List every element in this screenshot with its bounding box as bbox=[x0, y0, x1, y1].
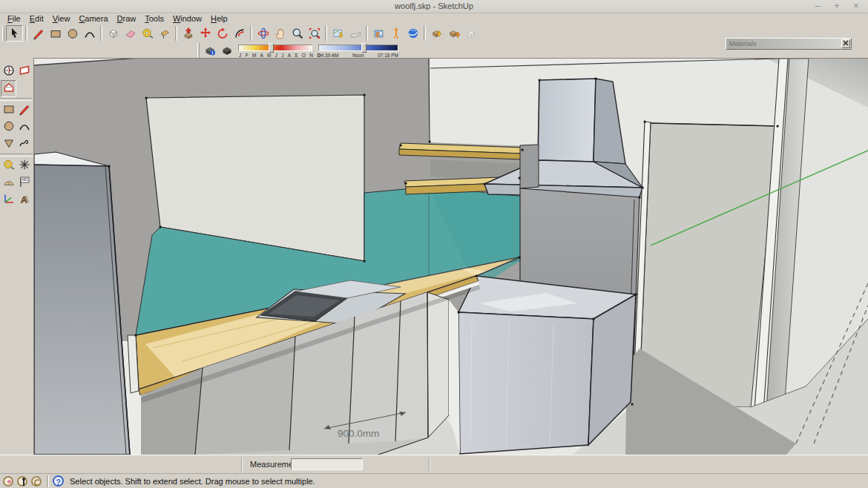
help-icon[interactable]: ? bbox=[53, 475, 64, 487]
google-earth-icon bbox=[407, 27, 420, 40]
get-models-button[interactable] bbox=[428, 25, 445, 42]
menu-tools[interactable]: Tools bbox=[140, 13, 168, 24]
toggle-shadows-button[interactable] bbox=[218, 42, 235, 59]
dock-polygon-button[interactable] bbox=[1, 136, 16, 153]
close-button[interactable]: × bbox=[850, 1, 862, 12]
arc-icon bbox=[18, 119, 31, 136]
move-icon bbox=[199, 27, 212, 40]
geolocation-status-icon[interactable] bbox=[3, 476, 13, 487]
terrain-icon bbox=[349, 27, 362, 40]
dock-protractor-button[interactable] bbox=[1, 174, 16, 191]
text-tool-icon: ABC bbox=[18, 175, 31, 191]
rectangle-icon bbox=[49, 27, 62, 40]
rotate-tool-button[interactable] bbox=[214, 25, 231, 42]
dock-tape-measure-button[interactable] bbox=[1, 157, 16, 174]
circle-tool-button[interactable] bbox=[64, 25, 81, 42]
arc-icon bbox=[83, 27, 96, 40]
time-start-label: 04:39 AM bbox=[318, 53, 338, 58]
toggle-terrain-button[interactable] bbox=[346, 25, 364, 42]
model-canvas[interactable] bbox=[34, 59, 868, 455]
make-component-button[interactable] bbox=[105, 25, 122, 42]
photo-textures-icon bbox=[372, 27, 386, 40]
menu-camera[interactable]: Camera bbox=[74, 13, 112, 24]
dock-arc-button[interactable] bbox=[16, 119, 32, 136]
toolbar-grip[interactable] bbox=[197, 43, 200, 58]
materials-close-icon[interactable] bbox=[841, 39, 850, 48]
time-slider-track[interactable] bbox=[318, 44, 398, 51]
orbit-tool-button[interactable] bbox=[254, 25, 272, 42]
minimize-button[interactable]: – bbox=[812, 1, 823, 12]
paint-bucket-icon bbox=[158, 27, 171, 40]
tape-measure-button[interactable] bbox=[139, 25, 156, 42]
line-tool-button[interactable] bbox=[30, 25, 47, 42]
shadow-date-slider[interactable]: J F M A M J J A S O N D bbox=[238, 43, 312, 58]
eraser-icon bbox=[124, 27, 137, 40]
date-slider-track[interactable] bbox=[238, 44, 312, 51]
time-slider-handle[interactable] bbox=[361, 43, 366, 53]
window-title: woolfj.skp - SketchUp bbox=[0, 1, 868, 10]
menu-file[interactable]: File bbox=[3, 13, 25, 24]
select-tool-button[interactable] bbox=[6, 25, 23, 42]
date-slider-months: J F M A M J J A S O N D bbox=[238, 53, 312, 58]
status-message: Select objects. Shift to extend select. … bbox=[70, 477, 315, 486]
dock-axes-button[interactable] bbox=[1, 191, 16, 208]
pan-tool-button[interactable] bbox=[272, 25, 289, 42]
north-compass-button[interactable] bbox=[1, 63, 16, 80]
menu-edit[interactable]: Edit bbox=[25, 13, 48, 24]
date-slider-handle[interactable] bbox=[269, 43, 274, 53]
circle-icon bbox=[66, 27, 79, 40]
zoom-icon bbox=[291, 27, 304, 40]
zoom-tool-button[interactable] bbox=[289, 25, 306, 42]
menu-view[interactable]: View bbox=[48, 13, 75, 24]
dock-freehand-button[interactable] bbox=[16, 136, 32, 153]
claim-credit-icon[interactable] bbox=[17, 476, 27, 487]
section-cuts-button[interactable] bbox=[1, 80, 16, 97]
toggle-shadows-icon bbox=[220, 44, 234, 57]
paint-bucket-button[interactable] bbox=[156, 25, 173, 42]
google-earth-button[interactable] bbox=[404, 25, 421, 42]
menu-bar: File Edit View Camera Draw Tools Window … bbox=[0, 13, 868, 24]
menu-draw[interactable]: Draw bbox=[113, 13, 141, 24]
pencil-icon bbox=[18, 102, 31, 119]
toolbar-grip[interactable] bbox=[2, 26, 4, 41]
tape-measure-icon bbox=[141, 27, 154, 40]
share-model-button[interactable] bbox=[445, 25, 462, 42]
dock-text-button[interactable]: ABC bbox=[16, 174, 32, 191]
dock-3d-text-button[interactable]: AA bbox=[16, 191, 32, 208]
model-viewport[interactable]: 900.0mm bbox=[34, 59, 868, 455]
photo-textures-button[interactable] bbox=[370, 25, 387, 42]
sign-in-icon[interactable] bbox=[31, 476, 42, 487]
push-pull-button[interactable] bbox=[180, 25, 197, 42]
protractor-icon bbox=[2, 175, 16, 191]
measurements-input[interactable] bbox=[291, 458, 363, 470]
maximize-button[interactable]: + bbox=[831, 1, 843, 12]
dock-dimensions-button[interactable] bbox=[16, 157, 32, 174]
street-view-icon bbox=[389, 27, 403, 40]
menu-window[interactable]: Window bbox=[168, 13, 206, 24]
dock-circle-button[interactable] bbox=[1, 119, 16, 136]
arc-tool-button[interactable] bbox=[81, 25, 98, 42]
shadow-time-slider[interactable]: 04:39 AM Noon 07:18 PM bbox=[318, 43, 398, 58]
shadow-settings-button[interactable] bbox=[201, 42, 218, 59]
dock-line-button[interactable] bbox=[16, 102, 32, 119]
eraser-tool-button[interactable] bbox=[122, 25, 139, 42]
rectangle-tool-button[interactable] bbox=[47, 25, 64, 42]
offset-tool-button[interactable] bbox=[231, 25, 248, 42]
polygon-icon bbox=[2, 136, 16, 153]
select-icon bbox=[8, 27, 22, 40]
add-location-icon bbox=[332, 27, 345, 40]
circle-icon bbox=[2, 119, 16, 136]
dimension-label: 900.0mm bbox=[338, 428, 379, 439]
materials-panel[interactable]: Materials bbox=[726, 38, 852, 50]
tape-measure-icon bbox=[2, 158, 16, 174]
dock-rectangle-button[interactable] bbox=[1, 102, 16, 119]
svg-text:A: A bbox=[20, 194, 27, 205]
share-component-button[interactable] bbox=[462, 25, 479, 42]
add-location-button[interactable] bbox=[329, 25, 346, 42]
time-slider-labels: 04:39 AM Noon 07:18 PM bbox=[318, 53, 398, 58]
menu-help[interactable]: Help bbox=[206, 13, 232, 24]
street-view-button[interactable] bbox=[387, 25, 404, 42]
move-tool-button[interactable] bbox=[197, 25, 214, 42]
section-plane-button[interactable] bbox=[16, 63, 32, 80]
zoom-extents-button[interactable] bbox=[306, 25, 323, 42]
